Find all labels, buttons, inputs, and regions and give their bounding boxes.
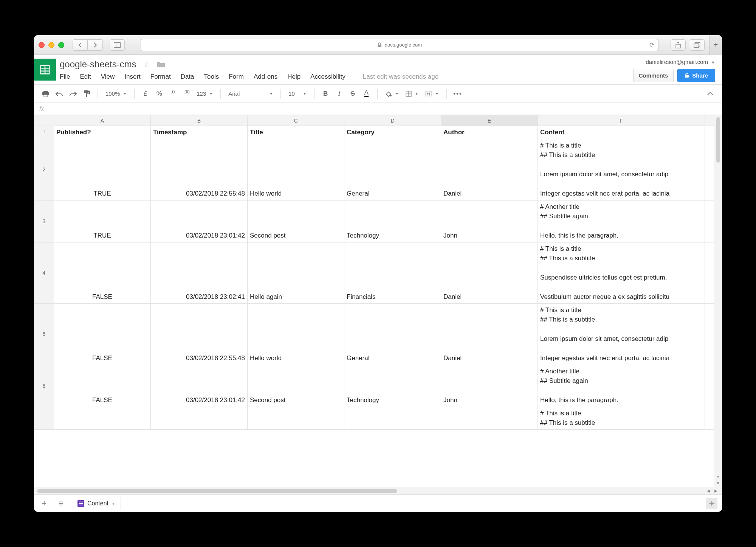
cell[interactable] [151,407,248,429]
menu-help[interactable]: Help [287,73,301,81]
cell[interactable]: 03/02/2018 22:55:48 [151,303,248,365]
collapse-toolbar-button[interactable] [705,88,716,99]
select-all-corner[interactable] [34,115,54,126]
borders-button[interactable]: ▼ [403,91,421,97]
decrease-decimal-button[interactable]: .0 ← [167,88,178,99]
cell[interactable] [248,407,344,429]
redo-button[interactable] [67,88,79,99]
cell[interactable]: 03/02/2018 23:02:41 [151,242,248,303]
share-button[interactable] [671,39,686,51]
cell[interactable]: # Another title ## Subtitle again Hello,… [538,365,705,407]
vertical-scrollbar[interactable]: ▲ ▼ [714,115,722,487]
header-cell[interactable] [705,126,714,139]
header-cell[interactable]: Published? [54,126,151,139]
cell[interactable]: 03/02/2018 23:01:42 [151,200,248,242]
cell[interactable]: # This is a title ## This is a subtitle … [538,242,705,303]
menu-format[interactable]: Format [150,73,171,81]
cell[interactable] [441,407,538,429]
nav-back-button[interactable] [73,39,88,51]
row-header[interactable]: 3 [34,200,54,242]
all-sheets-button[interactable]: ≡ [55,499,67,508]
reload-icon[interactable]: ⟳ [649,41,654,48]
sidebar-toggle-button[interactable] [110,39,125,51]
cell[interactable]: Second post [248,200,344,242]
cell[interactable]: # This is a title ## This is a subtitle … [538,303,705,365]
window-minimize-button[interactable] [48,42,54,48]
add-sheet-button[interactable]: + [39,499,50,508]
percent-format-button[interactable]: % [153,88,165,99]
cell[interactable]: Hello world [248,139,344,200]
cell[interactable]: # Another title ## Subtitle again Hello,… [538,200,705,242]
row-header[interactable]: 4 [34,242,54,303]
menu-insert[interactable]: Insert [124,73,141,81]
cell[interactable] [705,407,714,429]
row-header[interactable]: 6 [34,365,54,407]
cell[interactable]: Second post [248,365,344,407]
cell[interactable]: Hello world [248,303,344,365]
cell[interactable]: FALSE [54,242,151,303]
cell[interactable]: 03/02/2018 22:55:48 [151,139,248,200]
header-cell[interactable]: Timestamp [151,126,248,139]
folder-icon[interactable] [157,61,165,68]
italic-button[interactable]: I [333,88,345,99]
row-header[interactable] [34,407,54,429]
font-dropdown[interactable]: Arial ▼ [226,90,275,97]
document-title[interactable]: google-sheets-cms [60,59,136,70]
row-header[interactable]: 5 [34,303,54,365]
col-header-D[interactable]: D [344,115,441,126]
scrollbar-thumb[interactable] [716,117,720,163]
cell[interactable]: Hello again [248,242,344,303]
url-bar[interactable]: docs.google.com ⟳ [141,39,658,51]
col-header-E[interactable]: E [441,115,538,126]
cell[interactable]: FALSE [54,365,151,407]
cell[interactable]: General [344,303,441,365]
cell[interactable]: FALSE [54,303,151,365]
cell[interactable] [705,365,714,407]
text-color-button[interactable]: A [361,88,372,99]
cell[interactable]: # This is a title ## This is a subtitle … [538,139,705,200]
col-header-C[interactable]: C [248,115,344,126]
share-document-button[interactable]: Share [677,69,715,82]
header-cell[interactable]: Category [344,126,441,139]
spreadsheet-grid[interactable]: A B C D E F G 1 Published? [34,115,722,487]
cell[interactable]: TRUE [54,139,151,200]
sheets-logo[interactable] [34,59,56,81]
bold-button[interactable]: B [320,88,331,99]
new-tab-button[interactable]: + [709,35,722,55]
menu-view[interactable]: View [101,73,115,81]
window-maximize-button[interactable] [58,42,64,48]
menu-form[interactable]: Form [229,73,244,81]
row-header[interactable]: 2 [34,139,54,200]
number-format-dropdown[interactable]: 123 ▼ [194,90,215,97]
scrollbar-thumb[interactable] [37,489,397,493]
cell[interactable]: Technology [344,200,441,242]
scroll-left-icon[interactable]: ◀ [705,489,711,493]
cell[interactable]: Daniel [441,139,538,200]
merge-cells-button[interactable]: ▼ [423,91,441,96]
cell[interactable]: John [441,365,538,407]
font-size-dropdown[interactable]: 10 ▼ [286,90,309,97]
zoom-dropdown[interactable]: 100% ▼ [103,90,129,97]
menu-edit[interactable]: Edit [80,73,91,81]
cell[interactable] [705,139,714,200]
sheet-tab[interactable]: Content ▼ [72,497,121,510]
cell[interactable]: # This is a title ## This is a subtitle [538,407,705,429]
cell[interactable]: TRUE [54,200,151,242]
cell[interactable]: Daniel [441,242,538,303]
tabs-overview-button[interactable] [689,39,705,51]
scroll-up-icon[interactable]: ▲ [716,472,720,480]
star-icon[interactable]: ☆ [143,60,150,69]
menu-addons[interactable]: Add-ons [254,73,277,81]
menu-data[interactable]: Data [181,73,194,81]
cell[interactable] [705,303,714,365]
explore-button[interactable] [706,498,717,509]
col-header-G[interactable]: G [705,115,714,126]
header-cell[interactable]: Author [441,126,538,139]
header-cell[interactable]: Title [248,126,344,139]
scroll-right-icon[interactable]: ▶ [713,489,719,493]
print-button[interactable] [40,88,51,99]
cell[interactable]: Technology [344,365,441,407]
cell[interactable] [705,242,714,303]
cell[interactable]: John [441,200,538,242]
row-header[interactable]: 1 [34,126,54,139]
